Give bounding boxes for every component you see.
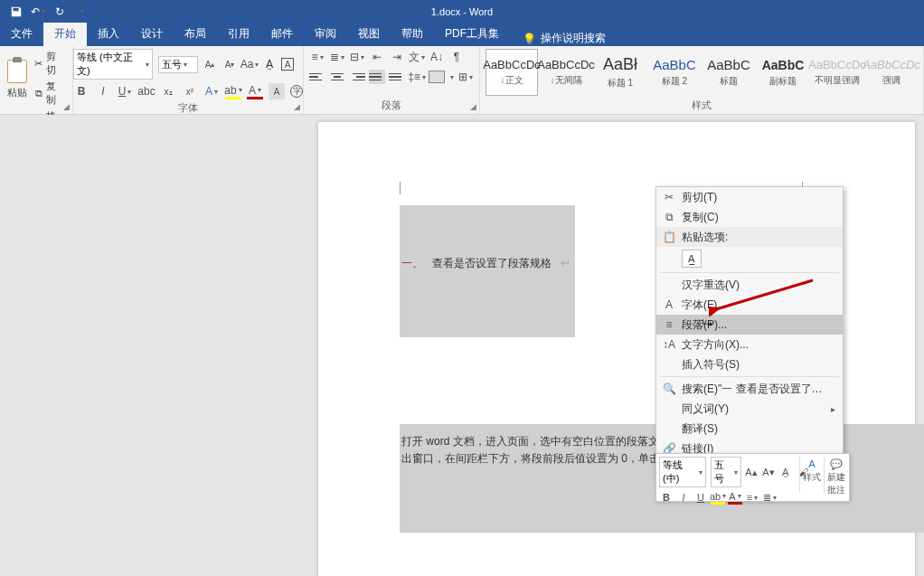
strikethrough-icon[interactable]: abc xyxy=(138,83,155,99)
quick-access-toolbar: ↶▾ ↻ ▾ xyxy=(5,2,92,22)
tab-home[interactable]: 开始 xyxy=(43,22,87,46)
qat-customize[interactable]: ▾ xyxy=(71,2,92,22)
tell-me[interactable]: 💡操作说明搜索 xyxy=(523,31,606,46)
highlight-icon[interactable]: ab▾ xyxy=(225,83,241,99)
redo-button[interactable]: ↻ xyxy=(49,2,71,22)
bold-icon[interactable]: B xyxy=(73,83,90,99)
superscript-icon[interactable]: x² xyxy=(182,83,198,99)
tab-file[interactable]: 文件 xyxy=(0,22,43,46)
style-heading2[interactable]: AaBbC标题 2 xyxy=(648,49,701,96)
style-subtle-emphasis[interactable]: AaBbCcDc不明显强调 xyxy=(811,49,863,96)
show-marks-icon[interactable]: ¶ xyxy=(448,49,465,65)
tab-layout[interactable]: 布局 xyxy=(174,22,217,46)
dialog-launcher-icon[interactable]: ◢ xyxy=(294,102,300,111)
selection-highlight xyxy=(400,205,575,337)
borders-icon[interactable]: ⊞▾ xyxy=(457,69,474,85)
style-no-spacing[interactable]: AaBbCcDc↓无间隔 xyxy=(540,49,592,96)
tab-pdf[interactable]: PDF工具集 xyxy=(434,22,510,46)
styles-gallery[interactable]: AaBbCcDc↓正文 AaBbCcDc↓无间隔 AaBł标题 1 AaBbC标… xyxy=(486,49,918,96)
ctx-paragraph[interactable]: ≡段落(P)...⮡ xyxy=(656,315,843,335)
tab-design[interactable]: 设计 xyxy=(130,22,174,46)
bullets-icon[interactable]: ≡▾ xyxy=(309,49,325,65)
decrease-indent-icon[interactable]: ⇤ xyxy=(369,49,385,65)
numbering-icon[interactable]: ≣▾ xyxy=(762,490,777,505)
dialog-launcher-icon[interactable]: ◢ xyxy=(63,102,70,111)
numbering-icon[interactable]: ≣▾ xyxy=(329,49,345,65)
mini-font-combo[interactable]: 等线 (中)▾ xyxy=(659,457,706,487)
ctx-text-direction[interactable]: ↕A文字方向(X)... xyxy=(656,335,843,354)
tab-references[interactable]: 引用 xyxy=(217,22,260,46)
ctx-insert-symbol[interactable]: 插入符号(S) xyxy=(656,354,843,374)
shrink-font-icon[interactable]: A▾ xyxy=(222,56,238,72)
styles-icon[interactable]: A xyxy=(802,457,822,471)
phonetic-guide-icon[interactable]: A̤ xyxy=(261,56,278,72)
enclose-char-icon[interactable]: 字 xyxy=(290,85,303,98)
lightbulb-icon: 💡 xyxy=(523,33,536,45)
phonetic-guide-icon[interactable]: A̤ xyxy=(778,465,793,479)
tab-mailings[interactable]: 邮件 xyxy=(260,22,304,46)
shrink-font-icon[interactable]: A▾ xyxy=(761,465,776,479)
font-size-combo[interactable]: 五号▾ xyxy=(158,56,198,73)
style-normal[interactable]: AaBbCcDc↓正文 xyxy=(486,49,538,96)
style-subtitle[interactable]: AaBbC副标题 xyxy=(757,49,809,96)
save-button[interactable] xyxy=(5,2,27,22)
style-emphasis[interactable]: AaBbCcDc强调 xyxy=(865,49,918,96)
align-right-icon[interactable] xyxy=(349,70,365,84)
ribbon-tabs: 文件 开始 插入 设计 布局 引用 邮件 审阅 视图 帮助 PDF工具集 💡操作… xyxy=(0,23,924,46)
underline-icon[interactable]: U xyxy=(693,490,708,505)
tab-review[interactable]: 审阅 xyxy=(304,22,347,46)
underline-icon[interactable]: U▾ xyxy=(117,83,133,99)
char-shading-icon[interactable]: A xyxy=(269,83,285,99)
context-menu: ✂剪切(T) ⧉复制(C) 📋粘贴选项: A̲ 汉字重选(V) A字体(F)..… xyxy=(655,186,844,479)
new-comment-button[interactable]: 💬 新建 批注 xyxy=(826,457,846,496)
align-justify-icon[interactable] xyxy=(369,70,385,84)
ctx-paste-options: A̲ xyxy=(656,247,843,270)
font-name-combo[interactable]: 等线 (中文正文)▾ xyxy=(73,49,153,80)
increase-indent-icon[interactable]: ⇥ xyxy=(389,49,405,65)
sort-icon[interactable]: A↓ xyxy=(429,49,445,65)
scissors-icon: ✂ xyxy=(662,191,676,203)
char-border-icon[interactable]: A xyxy=(281,58,294,71)
dialog-launcher-icon[interactable]: ◢ xyxy=(470,102,476,111)
subscript-icon[interactable]: x₂ xyxy=(160,83,176,99)
ctx-thesaurus[interactable]: 同义词(Y)▸ xyxy=(656,399,843,419)
style-heading1[interactable]: AaBł标题 1 xyxy=(594,49,646,96)
grow-font-icon[interactable]: A▴ xyxy=(202,56,218,72)
ctx-cut[interactable]: ✂剪切(T) xyxy=(656,187,843,207)
tab-view[interactable]: 视图 xyxy=(347,22,391,46)
comment-icon: 💬 xyxy=(826,457,846,471)
bold-icon[interactable]: B xyxy=(659,490,674,505)
ctx-reconvert[interactable]: 汉字重选(V) xyxy=(656,275,843,295)
ctx-font[interactable]: A字体(F)... xyxy=(656,295,843,315)
italic-icon[interactable]: I xyxy=(95,83,111,99)
align-left-icon[interactable] xyxy=(309,70,325,84)
undo-button[interactable]: ↶▾ xyxy=(27,2,49,22)
grow-font-icon[interactable]: A▴ xyxy=(744,465,759,479)
return-mark-icon: ↩ xyxy=(561,257,570,269)
font-color-icon[interactable]: A▾ xyxy=(247,83,263,99)
mini-size-combo[interactable]: 五号▾ xyxy=(711,457,741,487)
tab-help[interactable]: 帮助 xyxy=(391,22,434,46)
align-center-icon[interactable] xyxy=(329,70,345,84)
change-case-icon[interactable]: Aa▾ xyxy=(241,56,258,72)
highlight-icon[interactable]: ab▾ xyxy=(711,490,725,505)
asian-layout-icon[interactable]: 文▾ xyxy=(409,49,425,65)
ctx-copy[interactable]: ⧉复制(C) xyxy=(656,207,843,227)
tab-insert[interactable]: 插入 xyxy=(87,22,130,46)
multilevel-icon[interactable]: ⊟▾ xyxy=(349,49,365,65)
italic-icon[interactable]: I xyxy=(676,490,691,505)
ctx-search[interactable]: 🔍搜索(E)"一 查看是否设置了段落规格..." xyxy=(656,379,843,399)
paste-keep-text-icon[interactable]: A̲ xyxy=(682,250,702,268)
title-bar: ↶▾ ↻ ▾ 1.docx - Word xyxy=(0,0,924,23)
text-effects-icon[interactable]: A▾ xyxy=(203,83,220,99)
font-color-icon[interactable]: A▾ xyxy=(728,490,742,505)
align-distribute-icon[interactable] xyxy=(389,70,405,84)
ctx-translate[interactable]: 翻译(S) xyxy=(656,419,843,439)
bullets-icon[interactable]: ≡▾ xyxy=(745,490,759,505)
shading-icon[interactable] xyxy=(429,71,445,83)
paste-button[interactable]: 粘贴 xyxy=(5,49,28,99)
line-spacing-icon[interactable]: ‡≡▾ xyxy=(409,69,425,85)
style-title[interactable]: AaBbC标题 xyxy=(702,49,755,96)
copy-button[interactable]: ⧉复制 xyxy=(32,79,67,108)
cut-button[interactable]: ✂剪切 xyxy=(32,49,67,78)
